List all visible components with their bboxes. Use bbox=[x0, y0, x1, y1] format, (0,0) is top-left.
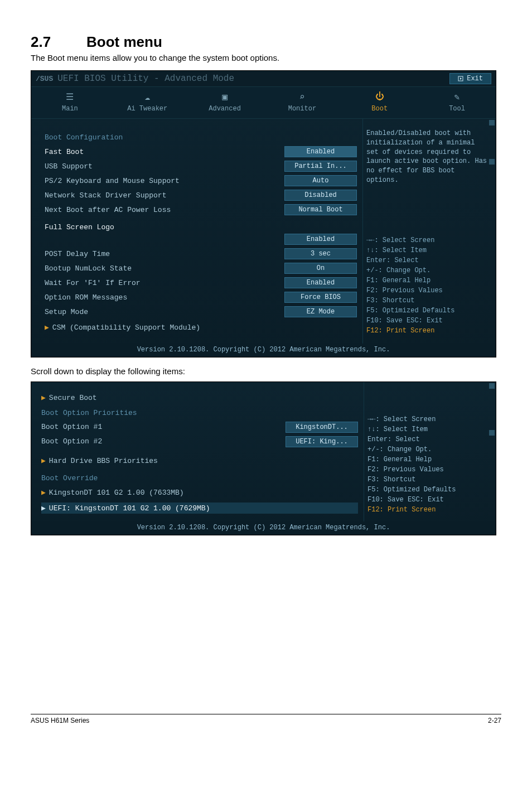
keyhelp-line: F5: Optimized Defaults bbox=[366, 306, 489, 316]
row-wait-f1[interactable]: Wait For 'F1' If Error Enabled bbox=[45, 277, 357, 288]
bios-screenshot-2: ▶Secure Boot Boot Option Priorities Boot… bbox=[31, 381, 496, 535]
scrollbar-thumb[interactable] bbox=[489, 430, 495, 436]
tab-monitor[interactable]: ⌕Monitor bbox=[263, 87, 341, 118]
row-next-boot[interactable]: Next Boot after AC Power Loss Normal Boo… bbox=[45, 204, 357, 215]
power-icon: ⏻ bbox=[343, 91, 416, 103]
keyhelp-line: F10: Save ESC: Exit bbox=[366, 316, 489, 326]
bios-footer: Version 2.10.1208. Copyright (C) 2012 Am… bbox=[31, 344, 496, 357]
bios-content-left: Boot Configuration Fast Boot Enabled USB… bbox=[31, 119, 362, 344]
section-description: The Boot menu items allow you to change … bbox=[31, 53, 501, 62]
value-full-logo[interactable]: Enabled bbox=[284, 234, 357, 245]
bios-title: UEFI BIOS Utility - Advanced Mode bbox=[57, 74, 449, 84]
keyhelp-line: F3: Shortcut bbox=[367, 475, 489, 485]
key-help: →←: Select Screen ↑↓: Select Item Enter:… bbox=[366, 235, 489, 336]
keyhelp-line: F3: Shortcut bbox=[366, 296, 489, 306]
scrollbar-up[interactable] bbox=[489, 383, 495, 389]
row-rom-msg[interactable]: Option ROM Messages Force BIOS bbox=[45, 292, 357, 303]
row-boot-opt1[interactable]: Boot Option #1 KingstonDT... bbox=[41, 422, 358, 433]
row-ps2-support[interactable]: PS/2 Keyboard and Mouse Support Auto bbox=[45, 175, 357, 186]
chip-icon: ▣ bbox=[188, 91, 262, 103]
submenu-hdd-priorities[interactable]: ▶Hard Drive BBS Priorities bbox=[41, 456, 358, 465]
group-boot-override: Boot Override bbox=[41, 474, 358, 482]
value-net-stack[interactable]: Disabled bbox=[284, 190, 357, 201]
label-net-stack: Network Stack Driver Support bbox=[45, 191, 284, 200]
tab-advanced[interactable]: ▣Advanced bbox=[186, 87, 264, 118]
override1-label: KingstonDT 101 G2 1.00 (7633MB) bbox=[49, 489, 184, 497]
submenu-override1[interactable]: ▶KingstonDT 101 G2 1.00 (7633MB) bbox=[41, 488, 358, 497]
value-fast-boot[interactable]: Enabled bbox=[284, 146, 357, 157]
scrollbar[interactable] bbox=[489, 119, 495, 344]
value-boot-opt1[interactable]: KingstonDT... bbox=[286, 422, 358, 433]
page-footer: ASUS H61M Series 2-27 bbox=[31, 714, 501, 724]
override2-label: UEFI: KingstonDT 101 G2 1.00 (7629MB) bbox=[49, 504, 210, 513]
keyhelp-line: →←: Select Screen bbox=[366, 235, 489, 245]
submenu-arrow-icon: ▶ bbox=[41, 504, 46, 513]
value-ps2-support[interactable]: Auto bbox=[284, 175, 357, 186]
keyhelp-line: Enter: Select bbox=[367, 434, 489, 445]
scrollbar-thumb[interactable] bbox=[489, 159, 495, 165]
submenu-override2[interactable]: ▶UEFI: KingstonDT 101 G2 1.00 (7629MB) bbox=[41, 503, 358, 514]
value-next-boot[interactable]: Normal Boot bbox=[284, 204, 357, 215]
submenu-arrow-icon: ▶ bbox=[41, 394, 46, 402]
row-usb-support[interactable]: USB Support Partial In... bbox=[45, 161, 357, 172]
tab-tool[interactable]: ✎Tool bbox=[418, 87, 496, 118]
label-usb-support: USB Support bbox=[45, 162, 284, 171]
group-boot-config: Boot Configuration bbox=[45, 133, 357, 142]
row-setup-mode[interactable]: Setup Mode EZ Mode bbox=[45, 306, 357, 317]
keyhelp-line: F1: General Help bbox=[367, 455, 489, 465]
tab-main[interactable]: ☰Main bbox=[31, 87, 109, 118]
tab-tweaker[interactable]: ☁Ai Tweaker bbox=[109, 87, 186, 118]
exit-label: Exit bbox=[467, 75, 483, 83]
hdd-priorities-label: Hard Drive BBS Priorities bbox=[49, 457, 158, 465]
footer-right: 2-27 bbox=[488, 717, 501, 724]
label-next-boot: Next Boot after AC Power Loss bbox=[45, 206, 284, 214]
bios-titlebar: /SUS UEFI BIOS Utility - Advanced Mode E… bbox=[31, 71, 496, 86]
row-net-stack[interactable]: Network Stack Driver Support Disabled bbox=[45, 190, 357, 201]
value-numlock[interactable]: On bbox=[284, 263, 357, 274]
group-boot-priorities: Boot Option Priorities bbox=[41, 409, 358, 417]
keyhelp-line: +/-: Change Opt. bbox=[366, 265, 489, 276]
label-post-delay: POST Delay Time bbox=[45, 250, 284, 258]
bios2-help-panel: →←: Select Screen ↑↓: Select Item Enter:… bbox=[364, 382, 496, 521]
keyhelp-line: F12: Print Screen bbox=[366, 326, 489, 336]
label-fast-boot: Fast Boot bbox=[45, 148, 284, 156]
bios-help-panel: Enabled/Disabled boot with initializatio… bbox=[362, 119, 496, 344]
value-setup-mode[interactable]: EZ Mode bbox=[284, 306, 357, 317]
bios-tabbar: ☰Main ☁Ai Tweaker ▣Advanced ⌕Monitor ⏻Bo… bbox=[31, 86, 496, 119]
value-usb-support[interactable]: Partial In... bbox=[284, 161, 357, 172]
bios-screenshot-1: /SUS UEFI BIOS Utility - Advanced Mode E… bbox=[31, 70, 496, 357]
value-boot-opt2[interactable]: UEFI: King... bbox=[286, 436, 358, 447]
label-setup-mode: Setup Mode bbox=[45, 308, 284, 316]
row-boot-opt2[interactable]: Boot Option #2 UEFI: King... bbox=[41, 436, 358, 447]
row-fast-boot[interactable]: Fast Boot Enabled bbox=[45, 146, 357, 157]
submenu-csm[interactable]: ▶CSM (Compatibility Support Module) bbox=[45, 323, 357, 332]
help-description: Enabled/Disabled boot with initializatio… bbox=[366, 129, 489, 185]
label-rom-msg: Option ROM Messages bbox=[45, 293, 284, 302]
submenu-secure-boot[interactable]: ▶Secure Boot bbox=[41, 393, 358, 402]
footer-left: ASUS H61M Series bbox=[31, 717, 89, 724]
value-post-delay[interactable]: 3 sec bbox=[284, 248, 357, 259]
bios2-left: ▶Secure Boot Boot Option Priorities Boot… bbox=[31, 382, 364, 521]
keyhelp-line: F5: Optimized Defaults bbox=[367, 485, 489, 495]
row-post-delay[interactable]: POST Delay Time 3 sec bbox=[45, 248, 357, 259]
exit-button[interactable]: Exit bbox=[449, 73, 491, 84]
keyhelp-line: F2: Previous Values bbox=[366, 286, 489, 296]
keyhelp-line: ↑↓: Select Item bbox=[366, 245, 489, 255]
label-ps2-support: PS/2 Keyboard and Mouse Support bbox=[45, 177, 284, 185]
value-wait-f1[interactable]: Enabled bbox=[284, 277, 357, 288]
label-numlock: Bootup NumLock State bbox=[45, 264, 284, 273]
tab-boot[interactable]: ⏻Boot bbox=[341, 87, 418, 118]
secure-boot-label: Secure Boot bbox=[49, 394, 97, 402]
submenu-csm-label: CSM (Compatibility Support Module) bbox=[52, 323, 200, 332]
tool-icon: ✎ bbox=[420, 91, 494, 103]
row-full-logo[interactable]: Enabled bbox=[45, 234, 357, 245]
keyhelp-line: ↑↓: Select Item bbox=[367, 424, 489, 434]
keyhelp-line: →←: Select Screen bbox=[367, 414, 489, 424]
keyhelp-line: F10: Save ESC: Exit bbox=[367, 495, 489, 505]
bios-logo: /SUS bbox=[36, 75, 53, 83]
label-wait-f1: Wait For 'F1' If Error bbox=[45, 279, 284, 287]
value-rom-msg[interactable]: Force BIOS bbox=[284, 292, 357, 303]
keyhelp-line: Enter: Select bbox=[366, 255, 489, 265]
row-numlock[interactable]: Bootup NumLock State On bbox=[45, 263, 357, 274]
label-boot-opt2: Boot Option #2 bbox=[41, 437, 286, 446]
